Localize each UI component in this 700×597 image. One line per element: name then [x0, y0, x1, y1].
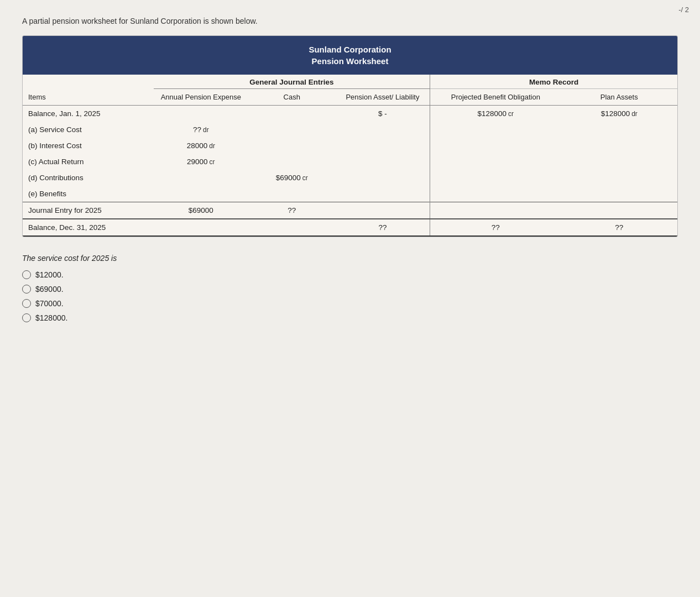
radio-circle-icon	[22, 299, 31, 308]
col-ape-header: Annual Pension Expense	[154, 89, 248, 106]
col-cash-header: Cash	[248, 89, 336, 106]
cell-value: $69000	[276, 174, 301, 182]
question-text: The service cost for 2025 is	[22, 254, 678, 263]
row-label: (c) Actual Return	[23, 154, 154, 170]
table-row: Journal Entry for 2025$69000??	[23, 202, 677, 219]
radio-circle-icon	[22, 270, 31, 279]
dr-cr-label: dr	[631, 110, 638, 118]
worksheet-container: Sunland Corporation Pension Worksheet Ge…	[22, 35, 678, 237]
radio-circle-icon	[22, 313, 31, 322]
cell-value: 28000	[187, 142, 208, 150]
radio-label: $70000.	[35, 299, 64, 308]
section-label-items	[23, 75, 154, 89]
cell-value: 29000	[187, 158, 208, 166]
col-items-header: Items	[23, 89, 154, 106]
pension-worksheet-table: General Journal Entries Memo Record Item…	[23, 75, 677, 237]
row-label: Journal Entry for 2025	[23, 202, 154, 219]
cell-value: $128000	[478, 109, 507, 118]
intro-text: A partial pension worksheet for Sunland …	[22, 17, 678, 25]
table-row: (e) Benefits	[23, 186, 677, 202]
row-label: (b) Interest Cost	[23, 138, 154, 154]
radio-label: $12000.	[35, 270, 64, 279]
cell-value: $128000	[601, 109, 630, 118]
col-pal-header: Pension Asset/ Liability	[336, 89, 430, 106]
table-row: Balance, Dec. 31, 2025??????	[23, 219, 677, 236]
table-row: (c) Actual Return29000cr	[23, 154, 677, 170]
cell-value: ??	[378, 223, 386, 232]
radio-label: $69000.	[35, 285, 64, 294]
row-label: Balance, Dec. 31, 2025	[23, 219, 154, 236]
row-label: (d) Contributions	[23, 170, 154, 186]
section-memo: Memo Record	[430, 75, 677, 89]
table-row: (b) Interest Cost28000dr	[23, 138, 677, 154]
col-pbo-header: Projected Benefit Obligation	[430, 89, 561, 106]
question-section: The service cost for 2025 is $12000.$690…	[22, 254, 678, 322]
table-row: (d) Contributions$69000cr	[23, 170, 677, 186]
radio-option[interactable]: $69000.	[22, 285, 678, 294]
cell-value: $ -	[378, 109, 387, 118]
row-label: Balance, Jan. 1, 2025	[23, 106, 154, 122]
table-row: Balance, Jan. 1, 2025$ -$128000cr$128000…	[23, 106, 677, 122]
worksheet-title: Sunland Corporation Pension Worksheet	[23, 36, 677, 75]
cell-value: $69000	[189, 206, 213, 214]
table-row: (a) Service Cost??dr	[23, 122, 677, 138]
radio-option[interactable]: $128000.	[22, 313, 678, 322]
cell-value: ??	[288, 206, 296, 214]
dr-cr-label: cr	[302, 174, 308, 182]
radio-circle-icon	[22, 285, 31, 294]
cell-value: ??	[193, 125, 201, 134]
row-label: (a) Service Cost	[23, 122, 154, 138]
dr-cr-label: cr	[210, 158, 215, 166]
dr-cr-label: dr	[203, 126, 209, 134]
section-gje: General Journal Entries	[154, 75, 430, 89]
cell-value: ??	[615, 223, 623, 232]
radio-option[interactable]: $70000.	[22, 299, 678, 308]
page-number: -/ 2	[678, 6, 689, 14]
radio-label: $128000.	[35, 313, 67, 322]
col-pa-header: Plan Assets	[561, 89, 677, 106]
radio-option[interactable]: $12000.	[22, 270, 678, 279]
dr-cr-label: cr	[508, 110, 514, 118]
dr-cr-label: dr	[209, 142, 215, 150]
cell-value: ??	[492, 223, 500, 232]
row-label: (e) Benefits	[23, 186, 154, 202]
